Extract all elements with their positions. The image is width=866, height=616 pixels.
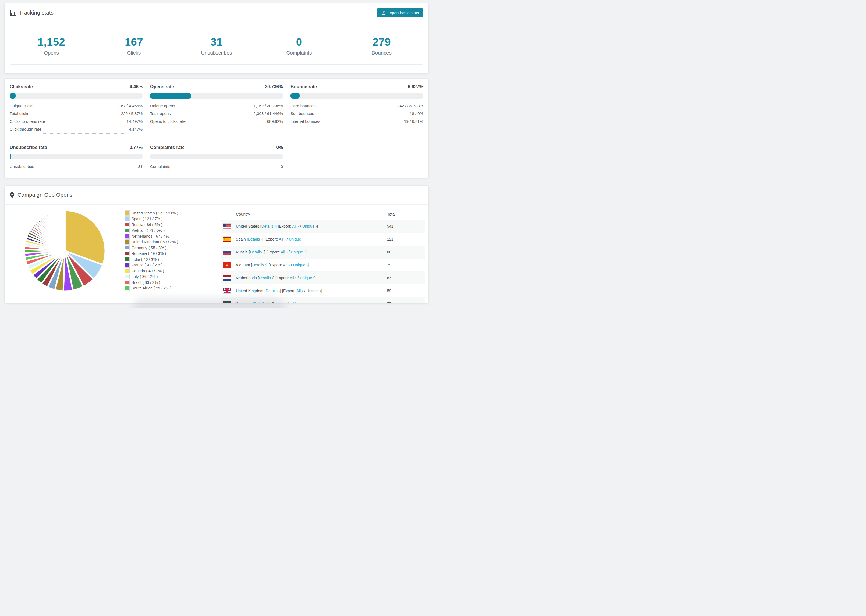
dotted-leader [322,126,402,126]
legend-item[interactable]: United Kingdom ( 59 / 3% ) [125,239,178,245]
bracket-mid: ] [Export: [273,276,290,280]
bracket-close: ] [305,250,307,254]
export-all-link[interactable]: All › [290,276,296,280]
stat-value: 0 [296,36,302,48]
country-flag-icon [223,224,231,229]
rate-block: Complaints rate 0% Complaints 0 [150,145,283,172]
rate-value: 4.46% [130,84,143,90]
legend-item[interactable]: Italy ( 36 / 2% ) [125,274,178,280]
country-flag-icon [223,288,231,294]
export-unique-link[interactable]: Unique › [289,237,304,241]
bracket-mid: ] [Export: [276,224,292,228]
legend-swatch [125,263,129,267]
rate-title: Complaints rate [150,145,184,150]
metric-row: Unique clicks 167 / 4.456% [10,104,143,111]
details-link[interactable]: Details › [261,224,276,228]
rate-block: Clicks rate 4.46% Unique clicks 167 / 4.… [10,84,143,135]
export-all-link[interactable]: All › [279,237,286,241]
progress-bar [10,93,143,99]
legend-item[interactable]: South Africa ( 29 / 2% ) [125,285,178,291]
export-unique-link[interactable]: Unique › [293,263,308,267]
export-unique-link[interactable]: Unique › [302,224,317,228]
tracking-stats-card: Tracking stats Export basic stats 1,152 … [4,3,429,74]
legend-item[interactable]: Russia ( 86 / 5% ) [125,222,178,228]
geo-table-header: Country Total [221,208,425,220]
details-link[interactable]: Details › [266,289,280,293]
metric-row: Hard bounces 242 / 86.738% [290,104,423,111]
details-link[interactable]: Details › [259,276,273,280]
bracket-close: ] [317,224,318,228]
dotted-leader [317,110,395,110]
country-total: 121 [387,237,425,241]
details-link[interactable]: Details › [250,250,264,254]
legend-item[interactable]: Spain ( 121 / 7% ) [125,216,178,222]
progress-bar-fill [150,93,191,99]
legend-item[interactable]: India ( 46 / 3% ) [125,256,178,262]
bracket-mid: ] [Export: [280,289,296,293]
legend-swatch [125,275,129,278]
bracket-mid: ] [Export: [266,263,283,267]
legend-item[interactable]: Romania ( 49 / 3% ) [125,251,178,257]
legend-label: Brazil ( 33 / 2% ) [132,280,160,284]
stat-label: Clicks [127,50,141,56]
metric-row: Internal bounces 19 / 6.81% [290,119,423,127]
legend-item[interactable]: Brazil ( 33 / 2% ) [125,280,178,285]
export-unique-link[interactable]: Unique › [300,276,315,280]
rate-value: 0.77% [130,145,143,150]
stats-summary: 1,152 Opens 167 Clicks 31 Unsubscribes 0… [5,22,428,69]
legend-swatch [125,258,129,261]
export-unique-link[interactable]: Unique › [291,250,305,254]
metric-value: 220 / 5.87% [121,111,143,116]
legend-label: Netherlands ( 67 / 4% ) [132,234,172,238]
export-all-link[interactable]: All › [281,250,288,254]
details-link[interactable]: Details › [252,263,266,267]
country-name: Spain [236,237,247,241]
export-basic-stats-button[interactable]: Export basic stats [377,8,423,17]
progress-bar-fill [10,93,16,99]
legend-label: South Africa ( 29 / 2% ) [132,286,172,290]
legend-item[interactable]: France ( 42 / 2% ) [125,262,178,268]
legend-swatch [125,281,129,284]
legend-item[interactable]: Vietnam ( 79 / 5% ) [125,228,178,234]
metric-value: 4.147% [129,127,143,131]
export-all-link[interactable]: All › [292,224,299,228]
legend-label: Italy ( 36 / 2% ) [132,274,158,279]
legend-item[interactable]: Netherlands ( 67 / 4% ) [125,233,178,239]
export-all-link[interactable]: All › [285,302,291,303]
stat-label: Opens [44,50,59,56]
dotted-leader [173,118,252,118]
export-unique-link[interactable]: Unique › [295,302,310,303]
stat-value: 279 [373,36,391,48]
legend-swatch [125,240,129,244]
progress-bar-fill [10,154,11,159]
page-title: Tracking stats [19,10,54,16]
rate-value: 30.736% [265,84,283,90]
export-all-link[interactable]: All › [283,263,290,267]
country-total: 541 [387,224,425,228]
legend-item[interactable]: United States ( 541 / 31% ) [125,210,178,216]
export-all-link[interactable]: All › [296,289,303,293]
rate-title: Bounce rate [290,84,317,90]
metric-row: Clicks to opens rate 14.497% [10,119,143,127]
slash: / [290,263,293,267]
legend-label: Spain ( 121 / 7% ) [132,217,163,221]
legend-label: Romania ( 49 / 3% ) [132,251,166,256]
details-link[interactable]: Details › [254,302,268,303]
metric-label: Total opens [150,111,171,116]
legend-item[interactable]: Germany ( 55 / 3% ) [125,245,178,251]
metric-value: 167 / 4.456% [119,104,143,108]
metric-value: 31 [138,164,143,169]
metric-row: Total opens 2,303 / 61.446% [150,111,283,119]
progress-bar [10,154,143,159]
details-link[interactable]: Details › [248,237,262,241]
metric-label: Click through rate [10,127,41,131]
legend-item[interactable]: Canada ( 40 / 2% ) [125,268,178,274]
country-name: Russia [236,250,249,254]
country-column-header: Country [221,212,387,216]
rates-grid: Clicks rate 4.46% Unique clicks 167 / 4.… [5,79,428,178]
export-unique-link[interactable]: Unique › [307,289,321,293]
metric-value: 19 / 6.81% [404,119,423,124]
metric-label: Opens to clicks rate [150,119,186,124]
campaign-geo-opens-card: Campaign Geo Opens United States ( 541 /… [4,185,429,303]
stat-label: Complaints [286,50,312,56]
